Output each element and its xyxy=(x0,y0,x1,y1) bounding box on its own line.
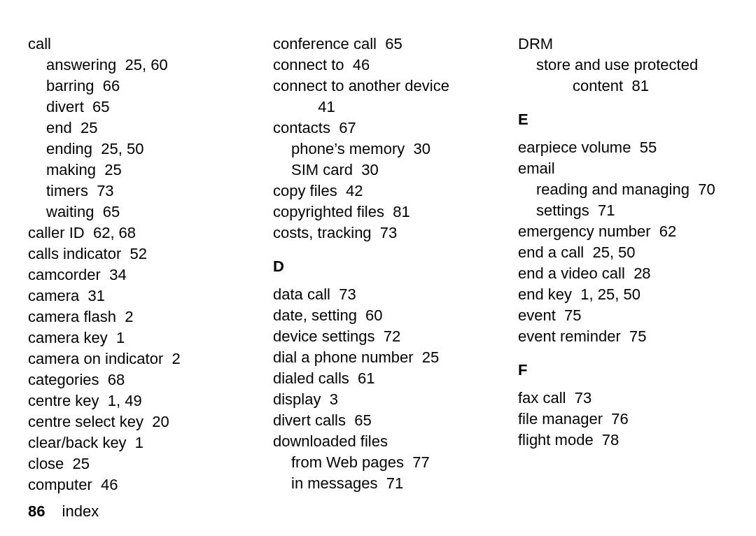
entry-text: date, setting xyxy=(273,306,357,324)
entry-text: connect to xyxy=(273,56,344,73)
entry-text: waiting xyxy=(46,203,94,220)
index-entry: downloaded files xyxy=(273,431,483,452)
index-entry: making 25 xyxy=(46,160,238,181)
entry-pages: 3 xyxy=(330,390,338,408)
index-entry: ending 25, 50 xyxy=(46,139,238,160)
index-entry: connect to 46 xyxy=(273,55,483,76)
entry-pages: 65 xyxy=(354,411,371,429)
entry-text: device settings xyxy=(273,327,375,345)
entry-pages: 65 xyxy=(92,98,109,115)
index-entry: device settings 72 xyxy=(273,326,483,347)
entry-text: copyrighted files xyxy=(273,203,384,220)
entry-text: file manager xyxy=(518,410,603,428)
index-column: DRMstore and use protectedcontent 81Eear… xyxy=(518,34,728,495)
index-entry: date, setting 60 xyxy=(273,305,483,326)
index-entry: flight mode 78 xyxy=(518,430,728,451)
entry-pages: 25 xyxy=(422,348,439,366)
entry-text: connect to another device xyxy=(273,77,449,94)
entry-text: caller ID xyxy=(28,224,85,241)
entry-text: contacts xyxy=(273,119,330,136)
entry-pages: 62, 68 xyxy=(93,224,136,241)
index-entry: display 3 xyxy=(273,389,483,410)
section-heading: E xyxy=(518,109,728,130)
entry-pages: 72 xyxy=(384,327,400,345)
entry-pages: 61 xyxy=(358,369,374,387)
entry-text: making xyxy=(46,161,96,178)
entry-pages: 67 xyxy=(339,119,356,136)
entry-pages: 73 xyxy=(575,389,592,407)
entry-text: fax call xyxy=(518,389,566,407)
index-entry: event 75 xyxy=(518,305,728,326)
entry-text: copy files xyxy=(273,182,337,199)
index-page: callanswering 25, 60barring 66divert 65e… xyxy=(0,0,756,536)
entry-pages: 2 xyxy=(172,350,180,367)
entry-text: DRM xyxy=(518,35,553,52)
entry-text: flight mode xyxy=(518,431,594,449)
index-entry: event reminder 75 xyxy=(518,326,728,347)
entry-text: SIM card xyxy=(291,161,353,178)
page-number: 86 xyxy=(28,502,45,520)
index-entry: caller ID 62, 68 xyxy=(28,223,238,244)
entry-pages: 78 xyxy=(602,431,619,449)
index-entry: email xyxy=(518,158,728,179)
index-entry: categories 68 xyxy=(28,369,238,390)
entry-text: answering xyxy=(46,56,116,73)
index-entry: centre select key 20 xyxy=(28,411,238,432)
index-entry: phone’s memory 30 xyxy=(291,139,483,160)
entry-pages: 81 xyxy=(631,77,648,94)
entry-pages: 46 xyxy=(353,56,370,73)
index-entry: connect to another device xyxy=(273,76,483,97)
entry-pages: 25 xyxy=(73,455,90,472)
index-entry: SIM card 30 xyxy=(291,160,483,181)
index-entry: file manager 76 xyxy=(518,409,728,430)
entry-text: in messages xyxy=(291,474,378,492)
entry-text: content xyxy=(573,77,623,94)
entry-pages: 25, 50 xyxy=(592,244,635,261)
entry-text: from Web pages xyxy=(291,453,404,471)
index-entry: from Web pages 77 xyxy=(291,452,483,473)
entry-text: camera key xyxy=(28,329,108,346)
index-entry: end a video call 28 xyxy=(518,263,728,284)
entry-text: downloaded files xyxy=(273,432,388,450)
index-entry: camera key 1 xyxy=(28,327,238,348)
index-entry: fax call 73 xyxy=(518,388,728,409)
entry-pages: 46 xyxy=(101,476,118,493)
entry-pages: 66 xyxy=(103,77,120,94)
entry-pages: 25 xyxy=(104,161,121,178)
entry-pages: 68 xyxy=(108,371,125,388)
index-columns: callanswering 25, 60barring 66divert 65e… xyxy=(28,34,728,495)
entry-pages: 31 xyxy=(88,287,105,304)
index-entry: call xyxy=(28,34,238,55)
index-entry: content 81 xyxy=(573,76,728,97)
entry-text: data call xyxy=(273,285,330,303)
index-entry: copy files 42 xyxy=(273,181,483,202)
entry-pages: 2 xyxy=(125,308,133,325)
index-entry: camcorder 34 xyxy=(28,265,238,285)
index-entry: settings 71 xyxy=(536,200,728,221)
entry-pages: 65 xyxy=(103,203,120,220)
entry-pages: 25, 60 xyxy=(125,56,168,73)
entry-pages: 60 xyxy=(365,306,382,324)
entry-pages: 41 xyxy=(318,98,335,115)
index-column: callanswering 25, 60barring 66divert 65e… xyxy=(28,34,238,495)
entry-text: event reminder xyxy=(518,327,621,345)
entry-text: earpiece volume xyxy=(518,139,631,156)
entry-pages: 71 xyxy=(598,202,615,219)
index-entry: end a call 25, 50 xyxy=(518,242,728,263)
entry-pages: 1, 49 xyxy=(108,392,142,409)
index-entry: dial a phone number 25 xyxy=(273,347,483,368)
entry-pages: 25 xyxy=(80,119,97,136)
index-entry: DRM xyxy=(518,34,728,55)
entry-pages: 55 xyxy=(640,139,657,156)
entry-pages: 75 xyxy=(564,306,581,324)
entry-pages: 34 xyxy=(109,266,126,283)
entry-pages: 73 xyxy=(97,182,113,199)
entry-pages: 70 xyxy=(698,181,715,198)
index-entry: barring 66 xyxy=(46,76,238,97)
entry-text: conference call xyxy=(273,35,377,52)
index-entry: earpiece volume 55 xyxy=(518,137,728,158)
index-entry: in messages 71 xyxy=(291,473,483,494)
index-entry: camera 31 xyxy=(28,285,238,306)
entry-text: computer xyxy=(28,476,92,493)
entry-text: emergency number xyxy=(518,223,651,240)
